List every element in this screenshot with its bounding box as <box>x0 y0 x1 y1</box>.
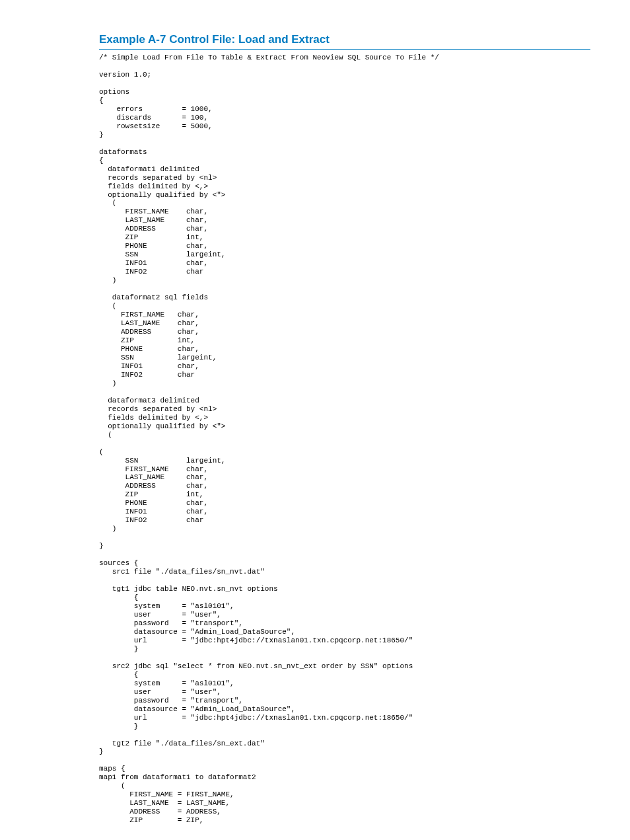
code-block: /* Simple Load From File To Table & Extr… <box>99 54 590 825</box>
example-title: Example A-7 Control File: Load and Extra… <box>99 33 590 46</box>
title-rule <box>99 49 590 50</box>
